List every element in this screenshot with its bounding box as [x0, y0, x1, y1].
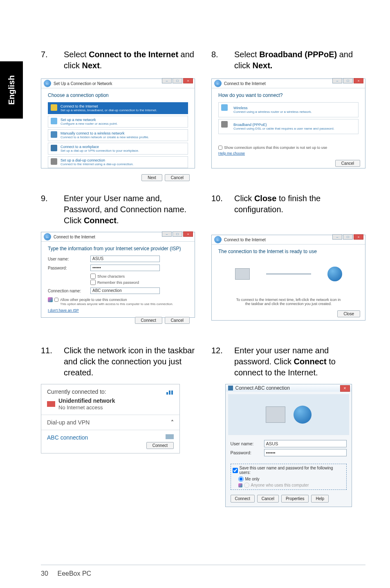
shield-icon: [238, 483, 242, 487]
connection-item[interactable]: ABC connection: [47, 434, 88, 441]
computer-icon: [266, 406, 285, 423]
modem-small-icon: [166, 434, 174, 439]
dialog-isp-info: – □ × ← Connect to the Internet Type the…: [41, 232, 195, 318]
wireless-icon: [51, 131, 57, 138]
minimize-button[interactable]: –: [162, 78, 172, 83]
back-icon[interactable]: ←: [214, 236, 222, 243]
step-9-text: Enter your User name and, Password, and …: [64, 193, 195, 226]
show-characters-checkbox[interactable]: [90, 274, 96, 279]
window-buttons: – □ ×: [332, 78, 363, 83]
option-dialup[interactable]: Set up a dial-up connection Connect to t…: [48, 156, 188, 168]
step-8-text: Select Broadband (PPPoE) and click Next.: [234, 49, 365, 73]
globe-icon: [51, 104, 57, 111]
allow-others-sub: This option allows anyone with access to…: [60, 302, 188, 306]
page-footer: 30 EeeBox PC: [41, 570, 91, 577]
footer-rule: [41, 565, 365, 565]
me-only-radio[interactable]: [238, 476, 244, 482]
allow-others-checkbox[interactable]: [54, 298, 58, 302]
me-only-label: Me only: [245, 477, 260, 481]
dialog-title: Connect to the Internet: [54, 235, 95, 239]
cancel-button[interactable]: Cancel: [257, 495, 279, 503]
globe-icon: [327, 267, 342, 281]
dialog-heading: The connection to the Internet is ready …: [218, 249, 359, 254]
maximize-button[interactable]: □: [173, 231, 182, 237]
dialog-title: Connect ABC connection: [235, 385, 290, 391]
option-manual-wireless[interactable]: Manually connect to a wireless network C…: [48, 129, 188, 141]
allow-others-label: Allow other people to use this connectio…: [60, 298, 127, 302]
back-icon[interactable]: ←: [214, 80, 222, 87]
minimize-button[interactable]: –: [332, 234, 342, 240]
username-input[interactable]: ASUS: [264, 440, 347, 447]
cancel-button[interactable]: Cancel: [335, 160, 360, 167]
option-wireless[interactable]: Wireless Connect using a wireless router…: [218, 102, 359, 117]
show-options-checkbox[interactable]: [218, 146, 222, 150]
step-7: 7. Select Connect to the Internet and cl…: [41, 49, 195, 73]
cancel-button[interactable]: Cancel: [165, 174, 190, 181]
show-options-label: Show connection options that this comput…: [224, 146, 327, 150]
remember-password-label: Remember this password: [97, 281, 139, 285]
option-setup-new-network[interactable]: Set up a new network Configure a new rou…: [48, 116, 188, 128]
step-10: 10. Click Close to finish the configurat…: [211, 193, 365, 217]
window-buttons: – □ ×: [162, 78, 193, 83]
password-input[interactable]: ••••••: [90, 265, 160, 271]
app-icon: [228, 386, 233, 391]
language-label: English: [7, 75, 16, 105]
step-12-text: Enter your user name and password. Click…: [234, 345, 365, 378]
option-connect-internet[interactable]: Connect to the Internet Set up a wireles…: [48, 102, 188, 114]
step-11: 11. Click the network icon in the taskba…: [41, 345, 195, 378]
close-button[interactable]: ×: [354, 78, 363, 83]
help-button[interactable]: Help: [311, 495, 329, 503]
maximize-button[interactable]: □: [343, 234, 353, 240]
close-dialog-button[interactable]: Close: [337, 310, 360, 317]
properties-button[interactable]: Properties: [281, 495, 309, 503]
cancel-button[interactable]: Cancel: [165, 317, 190, 324]
help-link[interactable]: Help me choose: [218, 151, 245, 155]
maximize-button[interactable]: □: [343, 78, 353, 83]
chevron-up-icon[interactable]: ˄: [171, 419, 174, 426]
password-input[interactable]: ••••••: [264, 449, 347, 456]
next-button[interactable]: Next: [141, 174, 162, 181]
maximize-button[interactable]: □: [173, 78, 182, 83]
save-credentials-checkbox[interactable]: [233, 468, 238, 473]
step-9-number: 9.: [41, 193, 56, 226]
no-internet-label: No Internet access: [58, 404, 103, 411]
save-credentials-label: Save this user name and password for the…: [240, 466, 345, 475]
connection-name-label: Connection name:: [48, 289, 85, 293]
option-broadband-pppoe[interactable]: Broadband (PPPoE) Connect using DSL or c…: [218, 119, 359, 134]
step-10-text: Click Close to finish the configuration.: [234, 193, 365, 217]
connect-button[interactable]: Connect: [231, 495, 255, 503]
shield-icon: [48, 297, 53, 302]
close-button[interactable]: ×: [354, 234, 363, 240]
computer-icon: [235, 268, 250, 280]
back-icon[interactable]: ←: [44, 233, 51, 240]
hero-graphic: [228, 394, 349, 435]
dialog-setup-connection: – □ × ← Set Up a Connection or Network C…: [41, 79, 195, 168]
no-isp-link[interactable]: I don't have an ISP: [48, 308, 79, 312]
product-name: EeeBox PC: [57, 570, 91, 577]
step-7-number: 7.: [41, 49, 56, 73]
username-input[interactable]: ASUS: [90, 256, 160, 262]
close-button[interactable]: ×: [340, 385, 350, 392]
step-12-number: 12.: [211, 345, 226, 378]
anyone-label: Anyone who uses this computer: [251, 483, 309, 487]
close-button[interactable]: ×: [183, 231, 193, 237]
step-9: 9. Enter your User name and, Password, a…: [41, 193, 195, 226]
refresh-icon[interactable]: [166, 389, 174, 395]
globe-icon: [294, 406, 312, 424]
anyone-radio[interactable]: [244, 483, 249, 488]
option-workplace[interactable]: Connect to a workplace Set up a dial-up …: [48, 143, 188, 155]
username-label: User name:: [231, 441, 259, 446]
remember-password-checkbox[interactable]: [90, 280, 96, 285]
minimize-button[interactable]: –: [162, 231, 172, 237]
modem-icon: [221, 121, 228, 128]
step-8-number: 8.: [211, 49, 226, 73]
close-button[interactable]: ×: [183, 78, 193, 83]
flyout-connect-button[interactable]: Connect: [146, 442, 174, 449]
minimize-button[interactable]: –: [332, 78, 342, 83]
dialog-connect-internet: – □ × ← Connect to the Internet How do y…: [211, 79, 365, 168]
connect-button[interactable]: Connect: [135, 317, 162, 324]
connection-name-input[interactable]: ABC connection: [90, 287, 160, 294]
dialog-title: Set Up a Connection or Network: [54, 81, 112, 86]
back-icon[interactable]: ←: [44, 80, 51, 87]
dialog-title: Connect to the Internet: [224, 238, 266, 242]
